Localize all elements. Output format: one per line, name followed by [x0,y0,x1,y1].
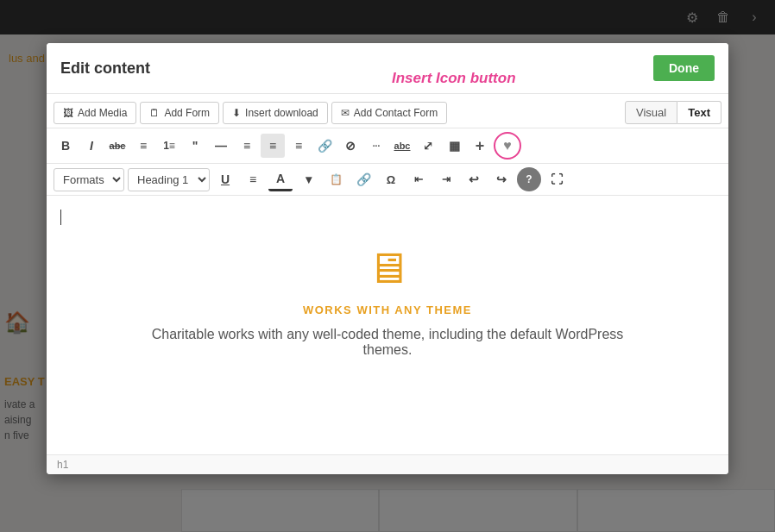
edit-content-modal: Edit content Done 🖼 Add Media 🗒 Add Form… [47,43,728,474]
special-char-button[interactable]: Ω [379,167,403,191]
align-button[interactable]: ≡ [241,167,265,191]
ordered-list-button[interactable]: 1≡ [157,134,181,158]
modal-title: Edit content [60,59,150,78]
toolbar-row-3: Formats Heading 1 Paragraph Heading 2 He… [47,164,728,196]
toolbar-row-1: 🖼 Add Media 🗒 Add Form ⬇ Insert download… [47,94,728,128]
redo-button[interactable]: ↪ [489,167,514,191]
works-text: Charitable works with any well-coded the… [129,327,646,358]
strikethrough-button[interactable]: abc [105,134,129,158]
visual-tab[interactable]: Visual [625,101,677,124]
download-icon: ⬇ [232,107,241,119]
unordered-list-button[interactable]: ≡ [131,134,155,158]
insert-link-button[interactable]: 🔗 [351,167,375,191]
toolbar-row-2: B I abc ≡ 1≡ " — ≡ ≡ ≡ 🔗 ⊘ ··· abc ⤢ ▦ +… [47,128,728,164]
help-button[interactable]: ? [517,167,541,191]
outdent-button[interactable]: ⇤ [406,167,431,191]
status-tag: h1 [57,459,68,471]
blockquote-button[interactable]: " [183,134,207,158]
underline-button[interactable]: U [213,167,237,191]
formats-select[interactable]: Formats [54,168,124,191]
fullscreen-button[interactable]: ⛶ [545,167,569,191]
visual-text-tabs: Visual Text [625,101,721,124]
text-tab[interactable]: Text [677,101,721,124]
table-button[interactable]: ▦ [442,134,466,158]
undo-button[interactable]: ↩ [462,167,486,191]
heart-icon: ♥ [503,138,512,153]
distraction-free-button[interactable]: ⤢ [416,134,440,158]
add-media-icon: 🖼 [63,107,73,119]
heading-select[interactable]: Heading 1 Paragraph Heading 2 Heading 3 … [128,168,210,191]
paste-as-text-button[interactable]: 📋 [324,167,348,191]
align-right-button[interactable]: ≡ [287,134,311,158]
horizontal-rule-button[interactable]: — [209,134,233,158]
align-left-button[interactable]: ≡ [235,134,259,158]
insert-more-button[interactable]: ··· [364,134,388,158]
contact-icon: ✉ [341,107,350,119]
insert-icon-button[interactable]: ♥ [494,132,521,160]
indent-button[interactable]: ⇥ [434,167,458,191]
link-button[interactable]: 🔗 [312,134,337,158]
unlink-button[interactable]: ⊘ [338,134,362,158]
add-form-button[interactable]: 🗒 Add Form [140,102,219,124]
text-color-picker[interactable]: ▾ [296,167,320,191]
add-form-icon: 🗒 [149,107,160,119]
insert-download-button[interactable]: ⬇ Insert download [223,102,328,124]
bold-button[interactable]: B [54,134,78,158]
text-cursor [60,210,61,225]
add-contact-button[interactable]: ✉ Add Contact Form [331,102,447,124]
editor-content-area[interactable]: 🖥 WORKS WITH ANY THEME Charitable works … [47,196,728,454]
add-button[interactable]: + [468,134,492,158]
editor-statusbar: h1 [47,454,728,474]
italic-button[interactable]: I [79,134,104,158]
monitor-icon: 🖥 [366,243,409,293]
text-color-button[interactable]: A [268,167,293,191]
align-center-button[interactable]: ≡ [261,134,285,158]
done-button[interactable]: Done [653,55,715,81]
add-media-button[interactable]: 🖼 Add Media [54,102,136,124]
spellcheck-button[interactable]: abc [390,134,414,158]
modal-header: Edit content Done [47,43,728,94]
works-title: WORKS WITH ANY THEME [303,304,472,316]
content-center: 🖥 WORKS WITH ANY THEME Charitable works … [60,226,715,375]
